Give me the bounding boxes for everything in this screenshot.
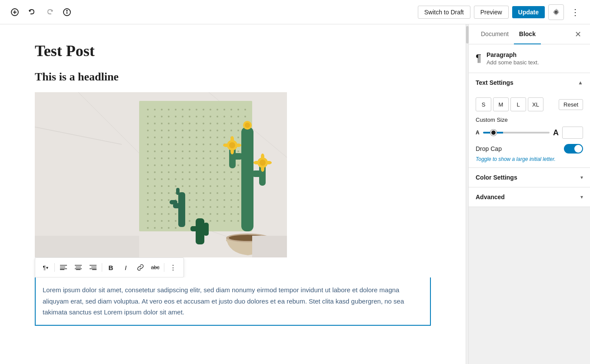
text-settings-title: Text Settings [476,79,513,86]
more-format-button[interactable]: ⋮ [166,260,180,274]
svg-point-43 [154,123,156,124]
svg-point-78 [189,137,190,138]
align-left-button[interactable] [57,260,70,274]
svg-point-17 [182,109,183,110]
block-info: ¶ Paragraph Add some basic text. [469,44,590,73]
svg-point-48 [189,123,190,124]
svg-point-89 [161,144,163,145]
paragraph-type-button[interactable]: ¶ ▾ [39,260,53,274]
tab-block[interactable]: Block [514,24,541,44]
color-settings-section[interactable]: Color Settings ▾ [469,168,590,187]
svg-point-188 [223,185,225,187]
svg-point-132 [147,164,149,166]
svg-rect-275 [176,188,180,195]
svg-point-46 [175,123,177,124]
editor-area[interactable]: Test Post This is a headline [0,24,466,364]
font-size-input[interactable] [562,127,583,139]
advanced-section[interactable]: Advanced ▾ [469,187,590,207]
svg-point-90 [168,144,170,145]
preview-button[interactable]: Preview [474,6,509,19]
add-block-button[interactable] [7,4,23,20]
size-s-button[interactable]: S [476,97,491,111]
italic-button[interactable]: I [119,260,133,274]
svg-point-195 [168,192,170,194]
svg-point-225 [168,206,170,208]
size-xl-button[interactable]: XL [528,97,543,111]
size-l-button[interactable]: L [510,97,526,111]
svg-point-149 [161,171,163,173]
svg-point-239 [161,213,163,215]
undo-button[interactable] [24,4,40,20]
font-size-slider[interactable] [483,132,550,134]
svg-point-179 [161,185,163,187]
tab-document[interactable]: Document [476,24,514,44]
main-layout: Test Post This is a headline [0,24,590,364]
redo-button[interactable] [42,4,57,20]
svg-point-81 [210,137,211,138]
text-settings-header[interactable]: Text Settings ▲ [469,73,590,92]
svg-point-247 [217,213,218,215]
post-title[interactable]: Test Post [35,42,431,60]
svg-point-31 [175,116,177,117]
svg-point-229 [196,206,197,208]
more-options-button[interactable]: ⋮ [567,4,583,20]
svg-point-80 [203,137,204,138]
svg-point-85 [237,137,239,138]
editor-scrollbar[interactable] [466,24,468,364]
lorem-text-block[interactable]: Lorem ipsum dolor sit amet, consetetur s… [35,277,431,326]
drop-cap-toggle[interactable] [564,144,583,154]
svg-point-291 [261,154,264,160]
svg-point-286 [230,148,234,154]
svg-point-143 [223,164,225,166]
svg-point-290 [260,160,266,166]
svg-point-135 [168,164,170,166]
svg-point-199 [196,192,197,194]
svg-point-23 [223,109,225,110]
strikethrough-button[interactable]: abc [148,260,162,274]
size-m-button[interactable]: M [493,97,509,111]
svg-point-62 [182,130,183,131]
svg-point-115 [237,150,239,152]
svg-point-163 [154,178,156,180]
svg-point-233 [223,206,225,208]
svg-point-5 [67,10,67,11]
info-button[interactable] [59,4,75,20]
svg-point-51 [210,123,211,124]
settings-button[interactable] [548,4,564,20]
svg-point-25 [237,109,239,110]
svg-point-75 [168,137,170,138]
svg-point-128 [223,157,225,159]
svg-point-117 [147,157,149,159]
svg-point-145 [237,164,239,166]
svg-point-138 [189,164,190,166]
svg-point-61 [175,130,177,131]
align-center-button[interactable] [71,260,85,274]
svg-point-160 [237,171,239,173]
post-headline[interactable]: This is a headline [35,70,431,83]
svg-point-147 [147,171,149,173]
svg-point-253 [154,220,156,222]
block-description-label: Add some basic text. [487,59,539,66]
sidebar-empty-area [469,207,590,364]
svg-point-133 [154,164,156,166]
svg-point-201 [210,192,211,194]
color-settings-title: Color Settings [476,174,517,181]
update-button[interactable]: Update [512,6,545,18]
svg-point-180 [168,185,170,187]
svg-point-105 [168,150,170,152]
svg-point-55 [237,123,239,124]
svg-rect-306 [252,236,287,257]
svg-point-205 [237,192,239,194]
svg-point-185 [203,185,204,187]
link-button[interactable] [133,260,147,274]
svg-point-177 [147,185,149,187]
align-right-button[interactable] [86,260,100,274]
svg-point-66 [210,130,211,131]
svg-point-52 [217,123,218,124]
svg-point-244 [196,213,197,215]
sidebar-close-button[interactable]: ✕ [573,28,583,41]
svg-point-238 [154,213,156,215]
bold-button[interactable]: B [104,260,118,274]
reset-size-button[interactable]: Reset [559,99,583,110]
switch-draft-button[interactable]: Switch to Draft [418,6,470,19]
